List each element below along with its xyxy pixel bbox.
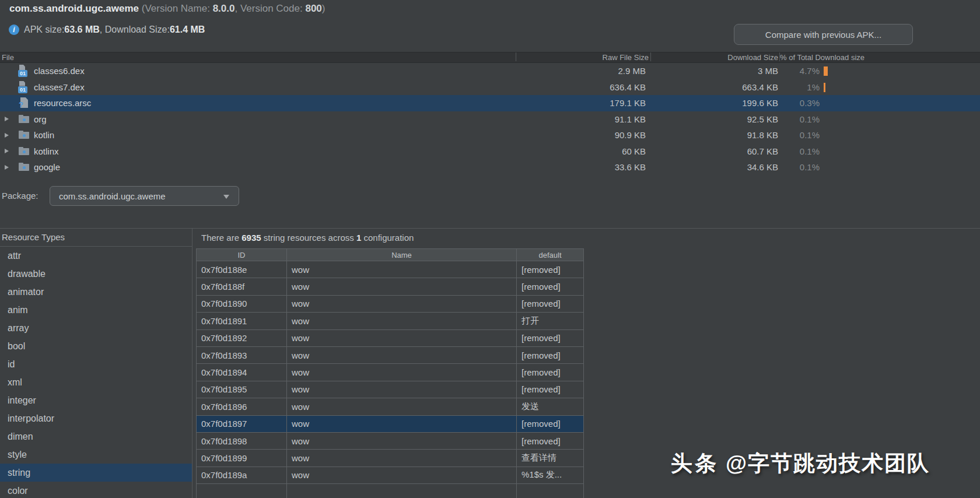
file-name: classes6.dex (34, 63, 85, 79)
column-separator[interactable] (650, 52, 651, 61)
chevron-right-icon[interactable] (5, 133, 9, 138)
string-table-row[interactable]: 0x7f0d189awow%1$s 发... (197, 467, 584, 483)
sidebar-item-interpolator[interactable]: interpolator (0, 409, 192, 427)
file-name: org (34, 111, 47, 128)
percent-of-total: 4.7% (750, 63, 820, 79)
string-table-cell: [removed] (517, 364, 584, 381)
column-separator[interactable] (779, 52, 780, 61)
sidebar-item-style[interactable]: style (0, 446, 192, 464)
column-header-id[interactable]: ID (197, 249, 287, 261)
column-header-percent-of-total[interactable]: % of Total Download size (780, 52, 864, 62)
string-table-row[interactable]: 0x7f0d1893wow[removed] (197, 346, 584, 363)
string-table-row[interactable]: 0x7f0d188fwow[removed] (197, 278, 584, 295)
sidebar-item-string[interactable]: string (0, 464, 192, 482)
summary-middle: string resources across (261, 233, 356, 243)
apk-size-value: 63.6 MB (64, 24, 99, 35)
resource-types-list: attrdrawableanimatoranimarrayboolidxmlin… (0, 247, 192, 498)
string-table-row[interactable]: 0x7f0d1898wow[removed] (197, 432, 584, 449)
file-tree-row[interactable]: 01 classes6.dex 2.9 MB 3 MB 4.7% (0, 63, 980, 79)
sidebar-item-id[interactable]: id (0, 355, 192, 373)
file-table-header: File Raw File Size Download Size % of To… (0, 52, 980, 63)
string-table-cell: 0x7f0d1893 (197, 346, 287, 363)
string-table-cell: wow (287, 398, 517, 415)
sidebar-item-bool[interactable]: bool (0, 337, 192, 355)
column-header-download-size[interactable]: Download Size (665, 52, 778, 62)
string-table-cell: 0x7f0d1897 (197, 415, 287, 432)
raw-file-size: 179.1 KB (506, 95, 646, 111)
watermark: 头条@字节跳动技术团队 (671, 449, 930, 478)
string-table-cell: [removed] (517, 278, 584, 295)
sidebar-item-dimen[interactable]: dimen (0, 427, 192, 446)
string-table-cell (197, 484, 287, 498)
percent-bar (824, 83, 825, 92)
string-table-row[interactable]: 0x7f0d1891wow打开 (197, 313, 584, 329)
version-suffix: ) (322, 3, 326, 14)
string-table-row[interactable]: 0x7f0d1899wow查看详情 (197, 450, 584, 467)
file-tree-row[interactable]: ? resources.arsc 179.1 KB 199.6 KB 0.3% (0, 95, 980, 111)
download-size-value: 61.4 MB (170, 24, 205, 35)
package-label: Package: (2, 191, 38, 201)
chevron-right-icon[interactable] (5, 117, 9, 121)
resource-types-sidebar: Resource Types attrdrawableanimatoranima… (0, 229, 192, 498)
file-tree-row[interactable]: 01 classes7.dex 636.4 KB 663.4 KB 1% (0, 79, 980, 96)
chevron-right-icon[interactable] (5, 149, 9, 153)
string-table-cell: 查看详情 (517, 450, 584, 467)
string-table-row[interactable]: 0x7f0d1890wow[removed] (197, 295, 584, 312)
string-table-row[interactable]: 0x7f0d1892wow[removed] (197, 329, 584, 346)
string-table-cell: wow (287, 313, 517, 329)
string-table-header-row: ID Name default (197, 249, 584, 261)
file-name: classes7.dex (34, 79, 85, 96)
sidebar-item-drawable[interactable]: drawable (0, 265, 192, 283)
file-tree-row[interactable]: org 91.1 KB 92.5 KB 0.1% (0, 111, 980, 128)
string-table-cell: 打开 (517, 313, 584, 329)
sidebar-item-array[interactable]: array (0, 319, 192, 337)
package-dropdown-value: com.ss.android.ugc.aweme (59, 191, 166, 201)
sidebar-item-xml[interactable]: xml (0, 373, 192, 391)
apk-title-row: com.ss.android.ugc.aweme (Version Name: … (9, 3, 325, 15)
string-table-row[interactable]: 0x7f0d1897wow[removed] (197, 415, 584, 432)
sidebar-item-animator[interactable]: animator (0, 283, 192, 301)
string-table-cell: 0x7f0d1890 (197, 295, 287, 312)
file-tree: 01 classes6.dex 2.9 MB 3 MB 4.7% 01 clas… (0, 63, 980, 176)
column-separator[interactable] (516, 52, 516, 61)
string-table-row[interactable]: 0x7f0d1896wow发送 (197, 398, 584, 415)
column-header-file[interactable]: File (2, 52, 14, 62)
resource-file-icon: ? (18, 97, 30, 109)
column-header-raw-file-size[interactable]: Raw File Size (542, 52, 649, 62)
dex-file-icon: 01 (18, 65, 30, 77)
folder-icon (18, 129, 30, 141)
version-code-label: , Version Code: (235, 3, 305, 14)
string-table-cell: wow (287, 295, 517, 312)
string-table-cell: 0x7f0d1892 (197, 329, 287, 346)
summary-prefix: There are (201, 233, 242, 243)
percent-of-total: 0.1% (750, 111, 820, 128)
raw-file-size: 636.4 KB (506, 79, 646, 96)
file-tree-row[interactable]: kotlinx 60 KB 60.7 KB 0.1% (0, 143, 980, 160)
file-tree-row[interactable]: google 33.6 KB 34.6 KB 0.1% (0, 159, 980, 176)
sidebar-item-attr[interactable]: attr (0, 247, 192, 265)
percent-of-total: 0.3% (750, 95, 820, 111)
string-table-cell: wow (287, 364, 517, 381)
sidebar-item-integer[interactable]: integer (0, 391, 192, 409)
version-name: 8.0.0 (213, 3, 235, 14)
string-table-row[interactable]: 0x7f0d1894wow[removed] (197, 364, 584, 381)
string-table-row[interactable]: 0x7f0d1895wow[removed] (197, 381, 584, 398)
column-header-default[interactable]: default (517, 249, 584, 261)
string-table-cell: [removed] (517, 329, 584, 346)
string-table-cell: wow (287, 467, 517, 483)
folder-icon (18, 145, 30, 157)
watermark-handle: @字节跳动技术团队 (726, 451, 930, 475)
string-table-cell: wow (287, 450, 517, 467)
percent-bar (824, 66, 828, 76)
column-header-name[interactable]: Name (287, 249, 517, 261)
summary-count: 6935 (242, 233, 261, 243)
sidebar-item-anim[interactable]: anim (0, 301, 192, 319)
raw-file-size: 60 KB (506, 143, 646, 160)
compare-with-previous-apk-button[interactable]: Compare with previous APK... (734, 24, 913, 45)
chevron-right-icon[interactable] (5, 165, 9, 170)
file-tree-row[interactable]: kotlin 90.9 KB 91.8 KB 0.1% (0, 127, 980, 143)
package-dropdown[interactable]: com.ss.android.ugc.aweme (50, 186, 239, 206)
sidebar-item-color[interactable]: color (0, 482, 192, 498)
string-table-row[interactable]: 0x7f0d188ewow[removed] (197, 261, 584, 278)
apk-size-row: i APK size: 63.6 MB, Download Size: 61.4… (9, 23, 205, 36)
